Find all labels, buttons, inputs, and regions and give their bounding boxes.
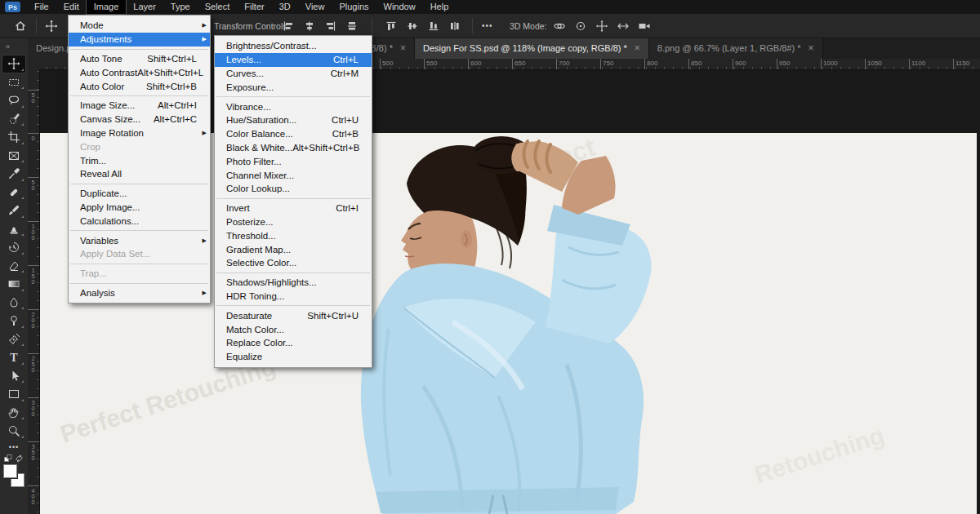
menu-item-auto-contrast[interactable]: Auto ContrastAlt+Shift+Ctrl+L (69, 65, 210, 79)
menu-item-equalize[interactable]: Equalize (215, 350, 372, 364)
move-tool[interactable] (2, 55, 25, 73)
menu-item-color-lookup[interactable]: Color Lookup... (215, 182, 372, 196)
tab-close-icon[interactable]: × (400, 44, 406, 52)
menu-item-trim[interactable]: Trim... (69, 153, 210, 167)
gradient-tool[interactable] (2, 276, 25, 293)
dolly-3d-icon[interactable] (638, 20, 651, 33)
align-bottom-edges-icon[interactable] (428, 20, 439, 32)
align-right-edges-icon[interactable] (325, 20, 336, 32)
brush-tool[interactable] (2, 202, 25, 219)
blur-tool[interactable] (2, 294, 25, 311)
crop-tool[interactable] (2, 129, 25, 146)
quick-selection-tool[interactable] (2, 110, 25, 127)
home-icon[interactable] (10, 14, 31, 38)
lasso-tool[interactable] (2, 92, 25, 109)
tab-close-icon[interactable]: × (808, 44, 813, 52)
menu-item-selective-color[interactable]: Selective Color... (215, 256, 372, 270)
pen-tool[interactable] (2, 330, 25, 348)
rectangular-marquee-tool[interactable] (2, 73, 25, 91)
menu-item-canvas-size[interactable]: Canvas Size...Alt+Ctrl+C (69, 113, 210, 126)
menu-item-posterize[interactable]: Posterize... (215, 215, 372, 229)
distribute-vertical-centers-icon[interactable] (346, 20, 358, 32)
hand-tool[interactable] (2, 404, 25, 421)
menu-item-match-color[interactable]: Match Color... (215, 322, 372, 336)
eraser-tool[interactable] (2, 257, 25, 274)
foreground-color-swatch[interactable] (3, 464, 17, 478)
rectangle-tool[interactable] (2, 386, 25, 403)
more-options-button[interactable]: ••• (482, 14, 493, 38)
vertical-ruler[interactable]: 50050100150200250300350400 (28, 69, 40, 514)
menubar-item-3d[interactable]: 3D (272, 0, 298, 14)
menubar-item-window[interactable]: Window (376, 0, 423, 14)
menu-item-replace-color[interactable]: Replace Color... (215, 336, 372, 350)
menu-item-vibrance[interactable]: Vibrance... (215, 100, 372, 113)
menu-item-color-balance[interactable]: Color Balance...Ctrl+B (215, 127, 372, 141)
menu-item-levels[interactable]: Levels...Ctrl+L (215, 53, 372, 67)
menu-item-shadows-highlights[interactable]: Shadows/Highlights... (215, 276, 372, 290)
menu-item-photo-filter[interactable]: Photo Filter... (215, 154, 372, 168)
zoom-tool[interactable] (2, 423, 25, 440)
clone-stamp-tool[interactable] (2, 220, 25, 237)
menubar-item-select[interactable]: Select (198, 0, 238, 14)
menu-item-invert[interactable]: InvertCtrl+I (215, 202, 372, 215)
menubar-item-file[interactable]: File (27, 0, 56, 14)
align-horizontal-centers-icon[interactable] (304, 20, 315, 32)
orbit-3d-icon[interactable] (553, 20, 566, 33)
menu-item-curves[interactable]: Curves...Ctrl+M (215, 67, 372, 81)
menu-item-duplicate[interactable]: Duplicate... (69, 187, 210, 201)
menu-item-adjustments[interactable]: Adjustments▶ (69, 33, 210, 47)
dodge-tool[interactable] (2, 312, 25, 330)
menu-item-hue-saturation[interactable]: Hue/Saturation...Ctrl+U (215, 113, 372, 127)
default-colors-icon[interactable] (4, 454, 12, 463)
menubar-item-edit[interactable]: Edit (56, 0, 87, 14)
align-vertical-centers-icon[interactable] (407, 20, 418, 32)
document-tab[interactable]: 8.png @ 66.7% (Layer 1, RGB/8#) *× (649, 38, 823, 59)
collapse-panel-icon[interactable]: » (0, 38, 28, 54)
menu-item-variables[interactable]: Variables▶ (69, 233, 210, 247)
roll-3d-icon[interactable] (574, 20, 587, 33)
menu-item-image-rotation[interactable]: Image Rotation▶ (69, 126, 210, 140)
ruler-corner[interactable] (28, 59, 40, 70)
menubar-item-filter[interactable]: Filter (237, 0, 271, 14)
menu-item-desaturate[interactable]: DesaturateShift+Ctrl+U (215, 308, 372, 322)
path-selection-tool[interactable] (2, 367, 25, 384)
menu-item-auto-color[interactable]: Auto ColorShift+Ctrl+B (69, 79, 210, 93)
edit-toolbar-button[interactable]: ••• (0, 443, 28, 451)
menu-item-calculations[interactable]: Calculations... (69, 214, 210, 228)
frame-tool[interactable] (2, 147, 25, 164)
menu-item-threshold[interactable]: Threshold... (215, 228, 372, 242)
menubar-item-type[interactable]: Type (163, 0, 198, 14)
menu-item-mode[interactable]: Mode▶ (69, 19, 210, 33)
tab-close-icon[interactable]: × (635, 44, 640, 52)
menubar-item-view[interactable]: View (298, 0, 332, 14)
spot-healing-brush-tool[interactable] (2, 184, 25, 201)
type-tool[interactable]: T (2, 349, 25, 366)
menu-item-apply-image[interactable]: Apply Image... (69, 201, 210, 215)
menu-item-hdr-toning[interactable]: HDR Toning... (215, 290, 372, 304)
menu-item-analysis[interactable]: Analysis▶ (69, 286, 210, 300)
swap-colors-icon[interactable] (15, 454, 24, 463)
menubar-item-help[interactable]: Help (423, 0, 457, 14)
history-brush-tool[interactable] (2, 239, 25, 256)
menu-item-image-size[interactable]: Image Size...Alt+Ctrl+I (69, 99, 210, 113)
menubar-item-image[interactable]: Image (87, 0, 127, 14)
menu-item-auto-tone[interactable]: Auto ToneShift+Ctrl+L (69, 52, 210, 66)
align-left-edges-icon[interactable] (283, 20, 294, 32)
slide-3d-icon[interactable] (617, 20, 630, 33)
menu-item-label: Selective Color... (226, 258, 296, 268)
distribute-horizontal-centers-icon[interactable] (449, 20, 461, 32)
eyedropper-tool[interactable] (2, 166, 25, 183)
menu-item-brightness-contrast[interactable]: Brightness/Contrast... (215, 39, 372, 53)
menu-item-black-white[interactable]: Black & White...Alt+Shift+Ctrl+B (215, 141, 372, 155)
menubar-item-layer[interactable]: Layer (126, 0, 163, 14)
move-tool-options-icon[interactable] (41, 14, 62, 38)
menu-item-exposure[interactable]: Exposure... (215, 80, 372, 94)
align-top-edges-icon[interactable] (385, 20, 397, 32)
menu-item-gradient-map[interactable]: Gradient Map... (215, 242, 372, 256)
transform-controls-label[interactable]: Transform Controls (214, 14, 287, 38)
document-tab[interactable]: Design For SS.psd @ 118% (Image copy, RG… (415, 38, 649, 59)
menu-item-reveal-all[interactable]: Reveal All (69, 167, 210, 181)
menubar-item-plugins[interactable]: Plugins (332, 0, 376, 14)
drag-3d-icon[interactable] (595, 20, 608, 33)
menu-item-channel-mixer[interactable]: Channel Mixer... (215, 168, 372, 182)
